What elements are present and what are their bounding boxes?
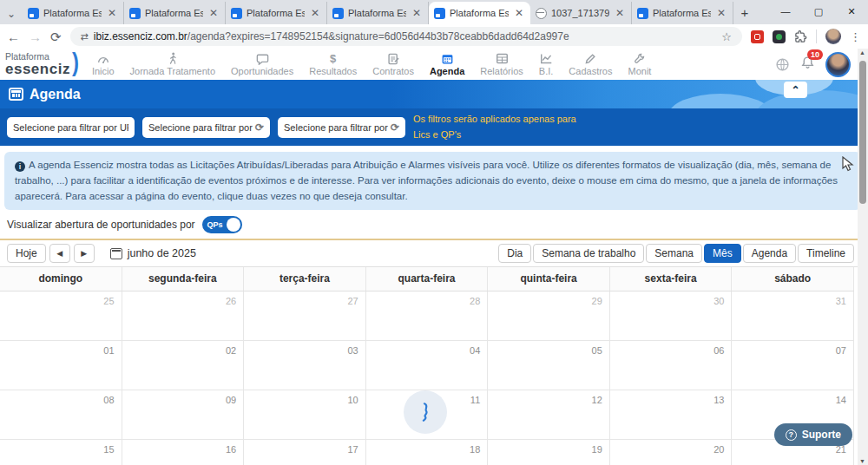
view-button-dia[interactable]: Dia (498, 244, 531, 263)
day-header: domingo (0, 267, 122, 291)
new-tab-button[interactable]: + (733, 2, 756, 24)
nav-item-label: Monit (628, 66, 651, 76)
nav-item-inicio[interactable]: Inicio (92, 52, 115, 76)
nav-item-oportunidades[interactable]: Oportunidades (231, 52, 293, 76)
qps-toggle[interactable]: QPs (202, 216, 242, 233)
view-button-semana[interactable]: Semana (646, 244, 702, 263)
nav-item-label: Oportunidades (231, 66, 293, 76)
calendar-day-cell[interactable]: 30 (610, 291, 733, 340)
close-button[interactable]: ✕ (835, 0, 868, 24)
calendar-day-cell[interactable]: 02 (122, 341, 245, 390)
collapse-header-button[interactable]: ⌃ (784, 82, 807, 98)
calendar-day-cell[interactable]: 10 (244, 390, 366, 439)
view-button-timeline[interactable]: Timeline (798, 244, 854, 263)
tab-close-icon[interactable]: ✕ (411, 7, 423, 19)
calendar-day-cell[interactable]: 05 (488, 341, 610, 390)
browser-tab[interactable]: Plataforma Essenciz✕ (23, 2, 124, 24)
tab-close-icon[interactable]: ✕ (513, 7, 525, 19)
browser-profile-avatar[interactable] (825, 29, 841, 44)
browser-menu-icon[interactable]: ⋮ (850, 30, 861, 43)
calendar-day-cell[interactable]: 18 (366, 440, 489, 465)
calendar-day-cell[interactable]: 20 (610, 440, 733, 465)
browser-tab[interactable]: Plataforma Essenciz✕ (632, 2, 733, 24)
calendar-day-cell[interactable]: 27 (244, 291, 366, 340)
nav-item-jornada-tratamento[interactable]: Jornada Tratamento (130, 52, 215, 76)
calendar-day-cell[interactable]: 25 (0, 291, 122, 340)
essenciz-favicon-icon (129, 8, 141, 19)
user-avatar[interactable] (825, 52, 851, 77)
globe-icon[interactable] (775, 57, 790, 72)
minimize-button[interactable]: — (769, 0, 802, 24)
nav-item-b-i-[interactable]: B.I. (539, 52, 554, 76)
site-settings-icon[interactable]: ⇄ (81, 31, 87, 43)
calendar-day-cell[interactable]: 19 (488, 440, 610, 465)
nav-item-relat-rios[interactable]: Relatórios (480, 52, 523, 76)
browser-window: ⌄ Plataforma Essenciz✕Plataforma Essenci… (0, 0, 868, 465)
nav-item-contratos[interactable]: Contratos (372, 52, 414, 76)
calendar-day-cell[interactable]: 03 (244, 341, 366, 390)
globe-favicon-icon (536, 8, 547, 19)
calendar-day-cell[interactable]: 28 (366, 291, 489, 340)
tab-close-icon[interactable]: ✕ (614, 7, 626, 19)
tab-title: Plataforma Essenciz (653, 8, 711, 18)
calendar-toolbar: Hoje ◀ ▶ junho de 2025 DiaSemana de trab… (0, 240, 868, 266)
today-button[interactable]: Hoje (7, 244, 46, 263)
tab-close-icon[interactable]: ✕ (309, 7, 321, 19)
calendar-day-cell[interactable]: 16 (122, 440, 245, 465)
notifications-button[interactable]: 10 (800, 56, 815, 74)
forward-icon[interactable]: → (29, 30, 42, 43)
browser-tab[interactable]: Plataforma Essenciz✕ (429, 2, 530, 24)
reload-icon[interactable]: ⟳ (50, 30, 62, 43)
calendar-day-cell[interactable]: 15 (0, 440, 122, 465)
calendar-day-cell[interactable]: 12 (488, 390, 610, 439)
prev-month-button[interactable]: ◀ (49, 244, 70, 263)
nav-item-resultados[interactable]: $Resultados (309, 52, 357, 76)
tab-title: Plataforma Essenciz (43, 8, 102, 18)
calendar-day-cell[interactable]: 07 (732, 341, 854, 390)
filter-select[interactable]: Selecione para filtrar por E...⟳ (142, 117, 270, 138)
calendar-day-cell[interactable]: 06 (610, 341, 733, 390)
bookmark-star-icon[interactable]: ☆ (721, 30, 732, 43)
page-scrollbar[interactable]: ▲ ▼ (858, 49, 868, 465)
browser-tab[interactable]: Plataforma Essenciz✕ (226, 2, 327, 24)
filter-select[interactable]: Selecione para filtrar por B...⟳ (278, 117, 405, 138)
support-button[interactable]: ? Suporte (774, 423, 852, 446)
current-period: junho de 2025 (128, 247, 196, 259)
scrollbar-up-icon[interactable]: ▲ (859, 49, 865, 56)
browser-tab[interactable]: Plataforma Essenciz✕ (124, 2, 226, 24)
calendar-day-cell[interactable]: 13 (610, 390, 733, 439)
tab-close-icon[interactable]: ✕ (106, 7, 118, 19)
app-logo[interactable]: Plataforma essenciz ) (5, 51, 80, 77)
scrollbar-thumb[interactable] (859, 61, 866, 204)
tab-close-icon[interactable]: ✕ (207, 7, 220, 19)
nav-item-agenda[interactable]: Agenda (430, 52, 464, 76)
back-icon[interactable]: ← (7, 30, 20, 43)
filter-placeholder: Selecione para filtrar por UF... (13, 122, 128, 133)
calendar-day-cell[interactable]: 26 (122, 291, 245, 340)
view-button-mês[interactable]: Mês (704, 244, 741, 263)
nav-item-cadastros[interactable]: Cadastros (569, 52, 612, 76)
calendar-day-cell[interactable]: 31 (732, 291, 854, 340)
maximize-button[interactable]: ▢ (802, 0, 835, 24)
view-button-agenda[interactable]: Agenda (743, 244, 796, 263)
filter-select[interactable]: Selecione para filtrar por UF... (7, 117, 135, 138)
calendar-day-cell[interactable]: 04 (366, 341, 489, 390)
tab-close-icon[interactable]: ✕ (715, 7, 727, 19)
view-button-semana-de-trabalho[interactable]: Semana de trabalho (533, 244, 644, 263)
tab-search-icon[interactable]: ⌄ (0, 3, 23, 24)
essenciz-favicon-icon (637, 8, 648, 19)
extension-icon-dark[interactable] (773, 30, 786, 43)
calendar-day-cell[interactable]: 29 (488, 291, 610, 340)
browser-tab[interactable]: 1037_1713793239_g✕ (530, 2, 632, 24)
extensions-puzzle-icon[interactable] (794, 30, 807, 43)
calendar-day-cell[interactable]: 17 (244, 440, 366, 465)
calendar-day-cell[interactable]: 08 (0, 390, 122, 439)
calendar-day-cell[interactable]: 01 (0, 341, 122, 390)
calendar-day-cell[interactable]: 09 (122, 390, 245, 439)
nav-item-monit[interactable]: Monit (628, 52, 651, 76)
scrollbar-down-icon[interactable]: ▼ (859, 458, 865, 464)
next-month-button[interactable]: ▶ (74, 244, 95, 263)
address-bar[interactable]: ⇄ ibiz.essenciz.com.br/agenda?expires=17… (70, 27, 742, 46)
browser-tab[interactable]: Plataforma Essenciz✕ (327, 2, 429, 24)
extension-icon-red[interactable] (751, 30, 764, 43)
